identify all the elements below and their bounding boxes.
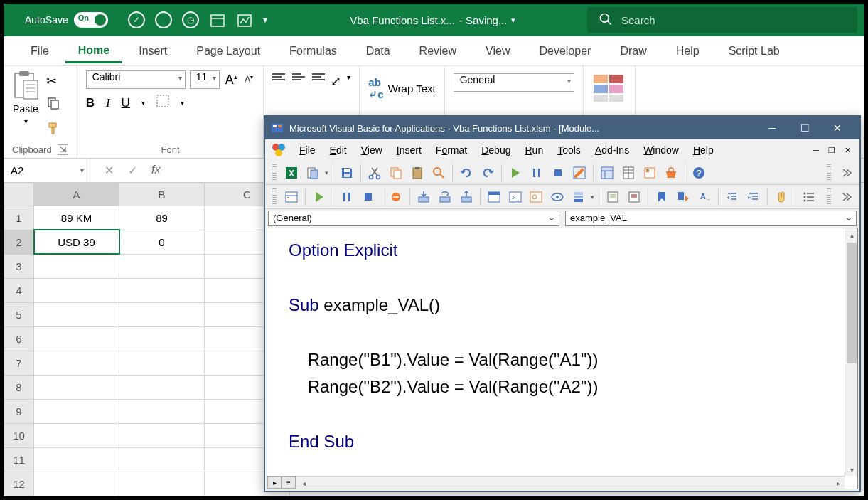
cell-styles-icon[interactable] — [592, 73, 626, 103]
vba-mdi-close[interactable]: ✕ — [841, 144, 854, 156]
row-header[interactable]: 7 — [4, 351, 34, 375]
undo-icon[interactable] — [457, 164, 476, 182]
row-header[interactable]: 6 — [4, 326, 34, 351]
tab-help[interactable]: Help — [663, 39, 712, 63]
wrap-text-icon[interactable]: ab⤶c — [368, 76, 383, 101]
tab-file[interactable]: File — [18, 39, 62, 63]
border-dropdown-icon[interactable]: ▾ — [181, 99, 184, 107]
row-header[interactable]: 3 — [4, 254, 34, 278]
paste-dropdown-icon[interactable]: ▾ — [24, 117, 28, 125]
outdent-icon[interactable] — [744, 188, 763, 206]
object-dropdown[interactable]: (General) — [268, 211, 559, 226]
insert-dropdown-icon[interactable]: ▾ — [325, 169, 328, 176]
toolbox-icon[interactable] — [662, 164, 680, 182]
step-out-icon[interactable] — [457, 188, 476, 206]
cell[interactable] — [34, 302, 119, 326]
tab-script-lab[interactable]: Script Lab — [716, 39, 793, 63]
overflow-icon[interactable] — [837, 188, 855, 206]
tab-view[interactable]: View — [473, 39, 523, 63]
autosave-toggle[interactable]: On — [74, 12, 108, 28]
cut-icon[interactable] — [365, 164, 384, 182]
cell[interactable] — [119, 351, 205, 375]
increase-font-icon[interactable]: A▴ — [224, 73, 239, 87]
cell[interactable] — [119, 302, 205, 326]
vba-close-button[interactable]: ✕ — [821, 117, 854, 139]
orientation-icon[interactable]: ⤢ — [331, 73, 341, 89]
redo-icon[interactable] — [478, 164, 497, 182]
save-icon[interactable] — [338, 164, 356, 182]
tab-page-layout[interactable]: Page Layout — [183, 39, 273, 63]
locals-window-icon[interactable] — [485, 188, 503, 206]
callstack-dropdown-icon[interactable]: ▾ — [591, 193, 594, 201]
qat-circle-icon[interactable] — [155, 11, 172, 28]
procedure-view-icon[interactable]: ▸ — [267, 476, 282, 489]
call-stack-icon[interactable] — [569, 188, 588, 206]
properties-icon[interactable] — [619, 164, 638, 182]
copy-icon[interactable] — [46, 96, 62, 114]
next-bookmark-icon[interactable] — [674, 188, 692, 206]
search-box[interactable]: Search — [587, 7, 857, 33]
cell[interactable] — [119, 399, 205, 423]
autosave-control[interactable]: AutoSave On — [4, 12, 117, 28]
indent-icon[interactable] — [723, 188, 741, 206]
clipboard-launcher-icon[interactable]: ⇲ — [58, 144, 68, 155]
toolbar-grip-right[interactable] — [827, 188, 831, 206]
col-header-a[interactable]: A — [34, 183, 119, 206]
break-icon[interactable] — [527, 164, 546, 182]
prev-bookmark-icon[interactable]: A→ — [695, 188, 714, 206]
pause-icon[interactable] — [338, 188, 356, 206]
row-header[interactable]: 4 — [4, 278, 34, 302]
view-excel-icon[interactable]: X — [282, 164, 301, 182]
object-browser-icon[interactable] — [641, 164, 659, 182]
row-header[interactable]: 5 — [4, 302, 34, 326]
align-bottom-icon[interactable] — [312, 73, 325, 83]
italic-button[interactable]: I — [106, 96, 110, 110]
run-icon[interactable] — [506, 164, 525, 182]
list-properties-icon[interactable] — [282, 188, 301, 206]
enter-formula-icon[interactable]: ✓ — [128, 164, 137, 177]
cell[interactable] — [119, 423, 205, 447]
vba-titlebar[interactable]: Microsoft Visual Basic for Applications … — [265, 117, 859, 139]
fx-icon[interactable]: fx — [151, 164, 160, 177]
vba-menu-insert[interactable]: Insert — [390, 142, 429, 159]
qat-calendar-icon[interactable] — [209, 11, 226, 28]
procedure-dropdown[interactable]: example_VAL — [565, 211, 857, 226]
vba-menu-file[interactable]: File — [292, 142, 323, 159]
orientation-dropdown-icon[interactable]: ▾ — [347, 73, 350, 81]
cell[interactable] — [119, 326, 205, 351]
cancel-formula-icon[interactable]: ✕ — [105, 164, 114, 177]
find-icon[interactable] — [429, 164, 448, 182]
help-icon[interactable]: ? — [690, 164, 708, 182]
underline-button[interactable]: U — [122, 96, 130, 110]
list-icon[interactable] — [800, 188, 818, 206]
cell[interactable] — [119, 254, 205, 278]
insert-module-icon[interactable] — [304, 164, 322, 182]
uncomment-block-icon[interactable] — [625, 188, 643, 206]
scroll-thumb[interactable] — [847, 243, 857, 363]
cell[interactable] — [34, 423, 119, 447]
format-painter-icon[interactable] — [46, 121, 62, 140]
reset-icon[interactable] — [549, 164, 567, 182]
qat-chart-icon[interactable] — [236, 11, 253, 28]
tab-formulas[interactable]: Formulas — [277, 39, 350, 63]
cell[interactable] — [34, 351, 119, 375]
tab-data[interactable]: Data — [353, 39, 403, 63]
vba-mdi-restore[interactable]: ❐ — [825, 144, 838, 156]
qat-clock-icon[interactable]: ◷ — [182, 11, 199, 28]
cell[interactable] — [34, 254, 119, 278]
cell[interactable] — [34, 326, 119, 351]
tab-home[interactable]: Home — [65, 38, 122, 63]
row-header[interactable]: 11 — [4, 447, 34, 472]
copy-icon[interactable] — [387, 164, 405, 182]
col-header-b[interactable]: B — [119, 183, 205, 206]
paste-button[interactable]: Paste ▾ — [12, 70, 39, 140]
cell[interactable] — [34, 447, 119, 472]
vba-menu-help[interactable]: Help — [686, 142, 721, 159]
tab-review[interactable]: Review — [407, 39, 469, 63]
hand-icon[interactable] — [772, 188, 791, 206]
name-box[interactable]: A2 — [4, 159, 90, 182]
project-explorer-icon[interactable] — [598, 164, 616, 182]
vba-maximize-button[interactable]: ☐ — [788, 117, 821, 139]
qat-check-icon[interactable]: ✓ — [128, 11, 145, 28]
cell-selected[interactable]: USD 39 — [34, 230, 119, 254]
